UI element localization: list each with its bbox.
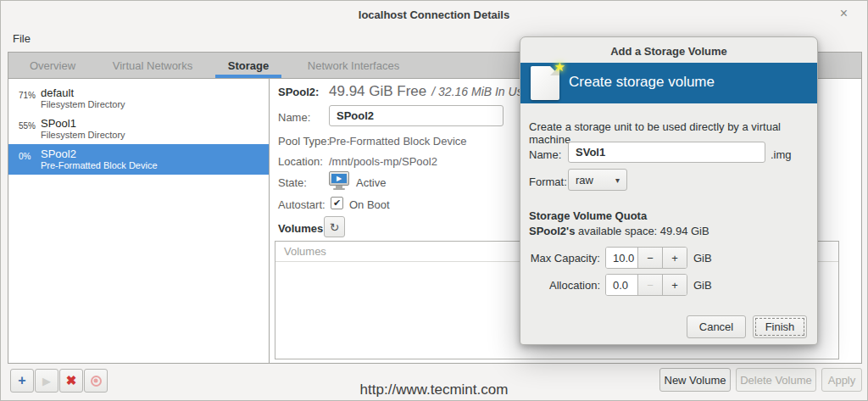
dialog-banner: ★ Create storage volume [520, 63, 817, 103]
add-storage-volume-dialog: Add a Storage Volume ★ Create storage vo… [520, 36, 818, 345]
banner-title: Create storage volume [569, 74, 715, 91]
pool-summary: SPool2: 49.94 GiB Free / 32.16 MiB In Us… [278, 83, 529, 100]
cancel-button[interactable]: Cancel [687, 315, 746, 338]
quota-heading: Storage Volume Quota [529, 209, 647, 222]
close-icon[interactable]: × [840, 7, 848, 20]
pool-list-item-spool2[interactable]: 0% SPool2 Pre-Formatted Block Device [8, 144, 269, 175]
chevron-down-icon: ▾ [615, 175, 620, 185]
pool-name: SPool1 [41, 117, 265, 130]
allocation-unit: GiB [693, 279, 712, 292]
max-capacity-spinbox: 10.0 − + [605, 247, 687, 269]
pool-type-label: Pool Type: [278, 135, 330, 148]
max-capacity-label: Max Capacity: [520, 252, 600, 265]
pool-list: 71% default Filesystem Directory 55% SPo… [8, 79, 270, 363]
autostart-value: On Boot [349, 198, 390, 211]
pool-list-item-default[interactable]: 71% default Filesystem Directory [8, 83, 269, 114]
volume-name-label: Name: [529, 148, 561, 161]
quota-line: SPool2's available space: 49.94 GiB [529, 225, 709, 237]
location-label: Location: [278, 155, 323, 168]
max-capacity-unit: GiB [693, 252, 712, 265]
name-label: Name: [278, 111, 310, 124]
tab-storage[interactable]: Storage [228, 59, 269, 72]
finish-button[interactable]: Finish [753, 315, 807, 338]
pool-usage-percent: 71% [19, 91, 36, 100]
new-volume-icon: ★ [531, 66, 559, 100]
quota-available: available space: 49.94 GiB [575, 225, 709, 237]
max-capacity-minus-button[interactable]: − [637, 248, 662, 268]
refresh-volumes-button[interactable]: ↻ [324, 216, 345, 237]
play-icon: ▶ [331, 174, 347, 183]
menu-file[interactable]: File [13, 32, 31, 45]
volumes-section-label: Volumes [278, 222, 323, 235]
refresh-icon: ↻ [330, 220, 340, 234]
connection-details-window: localhost Connection Details × File Over… [0, 0, 868, 401]
autostart-label: Autostart: [278, 198, 326, 211]
state-value: Active [356, 176, 386, 189]
dialog-title: Add a Storage Volume [520, 45, 817, 58]
quota-pool-name: SPool2's [529, 225, 575, 237]
pool-summary-label: SPool2: [278, 86, 329, 98]
pool-usage-percent: 55% [19, 121, 36, 131]
tab-virtual-networks[interactable]: Virtual Networks [113, 59, 192, 72]
pool-type: Pre-Formatted Block Device [41, 160, 265, 171]
pool-list-item-spool1[interactable]: 55% SPool1 Filesystem Directory [8, 114, 269, 144]
format-label: Format: [529, 175, 567, 188]
watermark: http://www.tecmint.com [1, 382, 867, 398]
volume-name-input[interactable] [568, 142, 765, 163]
allocation-value[interactable]: 0.0 [606, 275, 637, 295]
pool-free-space: 49.94 GiB Free [329, 83, 426, 100]
autostart-checkbox[interactable]: ✔ [331, 197, 343, 209]
tab-network-interfaces[interactable]: Network Interfaces [308, 59, 399, 72]
tab-overview[interactable]: Overview [30, 59, 75, 72]
format-dropdown[interactable]: raw ▾ [568, 169, 627, 191]
allocation-spinbox: 0.0 − + [605, 274, 687, 296]
pool-type-value: Pre-Formatted Block Device [329, 135, 467, 148]
state-active-icon: ▶ [329, 171, 349, 190]
state-label: State: [278, 176, 307, 189]
star-icon: ★ [554, 59, 565, 75]
window-title: localhost Connection Details [1, 8, 867, 21]
pool-in-use: / 32.16 MiB In Use [431, 85, 529, 98]
allocation-minus-button[interactable]: − [637, 275, 662, 295]
pool-name-input[interactable] [329, 105, 504, 126]
pool-type: Filesystem Directory [41, 130, 265, 141]
check-icon: ✔ [333, 198, 341, 208]
volume-name-suffix: .img [771, 148, 792, 161]
location-value: /mnt/pools-mp/SPool2 [329, 155, 437, 168]
allocation-plus-button[interactable]: + [662, 275, 687, 295]
format-value: raw [576, 174, 593, 187]
max-capacity-plus-button[interactable]: + [662, 248, 687, 268]
allocation-label: Allocation: [520, 279, 600, 292]
pool-name: default [41, 86, 265, 99]
max-capacity-value[interactable]: 10.0 [606, 248, 637, 268]
pool-usage-percent: 0% [19, 152, 31, 161]
pool-type: Filesystem Directory [41, 99, 265, 110]
pool-name: SPool2 [41, 148, 265, 160]
